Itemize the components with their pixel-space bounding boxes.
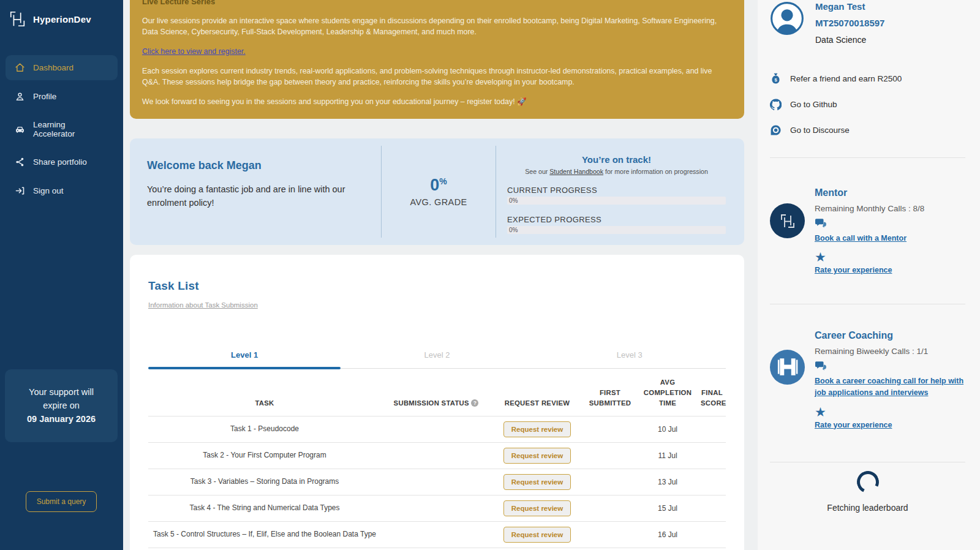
banner-paragraph-3: We look forward to seeing you in the ses… <box>142 97 732 108</box>
leaderboard-status: Fetching leaderboard <box>770 503 965 513</box>
sidebar-item-learning-accelerator[interactable]: Learning Accelerator <box>6 113 118 146</box>
table-row: Task 6 - Logical Programming – Operators… <box>148 548 726 550</box>
submission-status-cell <box>381 469 491 495</box>
current-progress-label: CURRENT PROGRESS <box>507 186 726 195</box>
car-icon <box>15 124 25 135</box>
live-lecture-banner: Live Lecture Series Our live sessions pr… <box>130 0 744 119</box>
course-name: Data Science <box>815 35 884 45</box>
person-icon <box>15 91 25 102</box>
task-list-heading: Task List <box>148 279 726 293</box>
leaderboard-section: Fetching leaderboard <box>770 471 965 513</box>
career-rate-experience-link[interactable]: Rate your experience <box>815 420 965 431</box>
expected-progress-bar: 0% <box>507 226 726 234</box>
track-note-prefix: See our <box>525 168 549 175</box>
first-submitted-cell <box>583 416 637 442</box>
book-mentor-call-link[interactable]: Book a call with a Mentor <box>815 233 924 244</box>
avg-completion-time-cell: 16 Jul <box>637 521 698 548</box>
loading-spinner-icon <box>853 468 881 496</box>
brand-logo: HyperionDev <box>0 0 123 38</box>
sign-out-icon <box>15 186 25 196</box>
sidebar-item-label: Dashboard <box>33 63 74 72</box>
github-label: Go to Github <box>790 100 837 109</box>
current-progress-value: 0% <box>509 197 518 204</box>
banner-paragraph-1: Our live sessions provide an interactive… <box>142 16 732 38</box>
star-icon: ★ <box>815 251 924 263</box>
hyperiondev-logo-icon <box>778 211 797 231</box>
user-avatar <box>770 1 804 36</box>
level-tabs: Level 1 Level 2 Level 3 <box>148 350 726 369</box>
welcome-message: You’re doing a fantastic job and are in … <box>147 183 355 210</box>
home-icon <box>15 62 25 73</box>
avg-completion-time-cell: 15 Jul <box>637 495 698 521</box>
main-content: Live Lecture Series Our live sessions pr… <box>130 0 744 550</box>
help-icon[interactable]: ? <box>471 399 478 407</box>
submission-status-cell <box>381 416 491 442</box>
request-review-button[interactable]: Request review <box>503 500 571 516</box>
first-submitted-cell <box>583 495 637 521</box>
request-review-button[interactable]: Request review <box>503 474 571 490</box>
avg-completion-time-cell: 13 Jul <box>637 469 698 495</box>
first-submitted-cell <box>583 521 637 548</box>
task-name: Task 4 - The String and Numerical Data T… <box>148 495 381 521</box>
sidebar-item-profile[interactable]: Profile <box>6 84 118 109</box>
avg-completion-time-cell: 11 Jul <box>637 442 698 469</box>
submit-query-button[interactable]: Submit a query <box>26 491 97 512</box>
profile-header: Megan Test MT25070018597 Data Science <box>770 0 965 45</box>
chat-icon <box>815 361 965 374</box>
first-submitted-cell <box>583 442 637 469</box>
avg-completion-time-cell: 10 Jul <box>637 416 698 442</box>
banner-paragraph-2: Each session explores current industry t… <box>142 66 732 88</box>
sidebar-item-dashboard[interactable]: Dashboard <box>6 55 118 80</box>
welcome-card: Welcome back Megan You’re doing a fantas… <box>130 138 744 245</box>
column-header-final-score: FINAL SCORE <box>698 369 726 416</box>
task-list-card: Task List Information about Task Submiss… <box>130 255 744 550</box>
tab-level-3[interactable]: Level 3 <box>533 350 726 368</box>
avg-completion-time-cell: 17 Jul <box>637 548 698 550</box>
tab-level-1[interactable]: Level 1 <box>148 350 341 368</box>
support-expiry-line2: expire on <box>43 401 80 410</box>
current-progress-bar: 0% <box>507 197 726 205</box>
sidebar-item-label: Share portfolio <box>33 157 87 167</box>
refer-a-friend-label: Refer a friend and earn R2500 <box>790 74 902 83</box>
discourse-icon <box>770 124 782 136</box>
sidebar-nav: Dashboard Profile Learning Accelerator S… <box>0 55 123 203</box>
final-score-cell <box>698 469 726 495</box>
avg-grade-label: AVG. GRADE <box>410 197 467 207</box>
submission-status-cell <box>381 521 491 548</box>
discourse-link[interactable]: Go to Discourse <box>770 124 965 136</box>
career-coaching-section: Career Coaching Remaining Biweekly Calls… <box>770 330 965 431</box>
student-handbook-link[interactable]: Student Handbook <box>549 168 603 175</box>
task-submission-info-link[interactable]: Information about Task Submission <box>148 301 258 309</box>
money-bag-icon: $ <box>770 73 782 85</box>
mentor-rate-experience-link[interactable]: Rate your experience <box>815 265 924 276</box>
table-row: Task 1 - Pseudocode Request review 10 Ju… <box>148 416 726 442</box>
request-review-button[interactable]: Request review <box>503 421 571 437</box>
request-review-button[interactable]: Request review <box>503 527 571 543</box>
request-review-button[interactable]: Request review <box>503 448 571 464</box>
column-header-request-review: REQUEST REVIEW <box>491 369 583 416</box>
divider <box>770 304 965 304</box>
table-row: Task 2 - Your First Computer Program Req… <box>148 442 726 469</box>
support-expiry-line1: Your support will <box>29 387 94 397</box>
sidebar: HyperionDev Dashboard Profile Learning A… <box>0 0 123 550</box>
github-link[interactable]: Go to Github <box>770 99 965 110</box>
tab-level-2[interactable]: Level 2 <box>341 350 533 368</box>
final-score-cell <box>698 495 726 521</box>
book-career-coaching-link[interactable]: Book a career coaching call for help wit… <box>815 375 965 399</box>
share-icon <box>15 157 25 167</box>
refer-a-friend-link[interactable]: $ Refer a friend and earn R2500 <box>770 73 965 85</box>
avg-grade-value: 0% <box>430 176 447 195</box>
quick-links: $ Refer a friend and earn R2500 Go to Gi… <box>770 73 965 136</box>
sidebar-item-label: Learning Accelerator <box>33 120 108 138</box>
task-name: Task 5 - Control Structures – If, Elif, … <box>148 521 381 548</box>
expected-progress-label: EXPECTED PROGRESS <box>507 215 726 224</box>
banner-register-link[interactable]: Click here to view and register. <box>142 47 246 56</box>
column-header-submission-status: SUBMISSION STATUS ? <box>381 369 491 416</box>
final-score-cell <box>698 548 726 550</box>
task-name: Task 6 - Logical Programming – Operators <box>148 548 381 550</box>
column-header-task: TASK <box>148 369 381 416</box>
sidebar-item-share-portfolio[interactable]: Share portfolio <box>6 149 118 175</box>
hyperiondev-h-icon <box>774 353 802 381</box>
sidebar-item-sign-out[interactable]: Sign out <box>6 178 118 203</box>
divider <box>770 157 965 158</box>
